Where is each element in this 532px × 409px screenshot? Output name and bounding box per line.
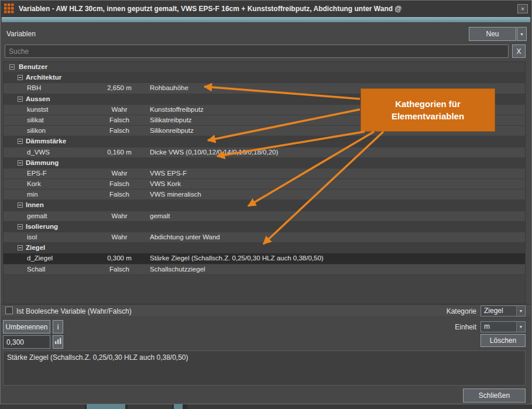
variable-value: Falsch [98,116,140,123]
delete-button[interactable]: Löschen [480,334,526,347]
variable-description: Dicke VWS (0,10/0,12/0,14/0,16/0,18/0,20… [150,149,278,156]
variable-value: Wahr [98,212,140,219]
collapse-icon[interactable] [18,160,23,166]
value-input[interactable] [3,335,50,349]
tree-group-row[interactable]: Dämmung [4,158,525,169]
tree-group-row[interactable]: Dämmstärke [4,136,525,147]
tree-row[interactable]: d_VWS0,160 mDicke VWS (0,10/0,12/0,14/0,… [4,147,525,158]
variable-value: Falsch [98,191,140,198]
tree-group-label: Architektur [26,74,61,81]
close-button[interactable]: Schließen [463,389,526,403]
variables-section-label: Variablen [6,30,36,38]
background-teal-block [87,404,125,409]
einheit-label: Einheit [435,323,476,331]
tree-group-row[interactable]: Innen [4,200,525,211]
variable-value: 2,650 m [98,84,140,91]
tree-group-label: Dämmstärke [26,138,66,145]
variable-value: 0,300 m [98,255,140,262]
background-panel [187,404,532,409]
collapse-icon[interactable] [9,64,15,70]
collapse-icon[interactable] [18,139,23,144]
app-logo-icon [4,4,14,13]
variable-name: min [27,191,38,198]
variable-name: gemalt [27,212,47,219]
search-clear-button[interactable]: X [512,44,526,58]
background-window-strip [0,404,532,409]
tree-root-label: Benutzer [19,63,47,70]
variable-name: Kork [27,180,41,187]
annotation-line1: Kathegorien für [361,98,495,110]
tree-row[interactable]: KorkFalschVWS Kork [4,179,525,190]
tree-group-label: Aussen [26,95,50,102]
info-button[interactable]: i [53,320,63,334]
variable-name: isol [27,233,37,240]
variable-description: Abdichtung unter Wand [150,233,220,240]
background-panel [128,404,172,409]
einheit-dropdown[interactable]: m ▼ [480,321,526,332]
variable-description: Silikatreibputz [150,116,192,123]
collapse-icon[interactable] [18,202,23,208]
bars-icon-button[interactable] [53,335,63,349]
variable-value: Falsch [98,180,140,187]
variable-name: silikon [27,127,46,134]
boolean-checkbox-label: Ist Boolesche Variable (Wahr/Falsch) [16,307,132,315]
kategorie-value: Ziegel [484,307,503,315]
tree-root-row[interactable]: Benutzer [4,62,525,73]
new-button[interactable]: Neu [469,27,516,41]
variable-name: Schall [27,266,45,273]
tree-row[interactable]: minFalschVWS mineralisch [4,190,525,200]
tree-group-label: Dämmung [26,159,59,166]
tree-group-row[interactable]: Isolierung [4,222,525,232]
variable-value: Wahr [98,170,140,177]
tree-group-label: Ziegel [26,244,45,251]
variable-description: Silikonreibputz [150,127,194,134]
annotation-box: Kathegorien für Elementvariablen [361,88,495,132]
collapse-icon[interactable] [18,224,23,229]
tree-group-row[interactable]: Architektur [4,73,525,83]
title-bar: Variablen - AW HLZ 30cm, innen geputzt g… [1,1,531,17]
variable-description: VWS EPS-F [150,170,187,177]
variable-description: VWS mineralisch [150,191,201,198]
window-title: Variablen - AW HLZ 30cm, innen geputzt g… [19,5,401,13]
tree-row[interactable]: isolWahrAbdichtung unter Wand [4,232,525,243]
variable-value: Wahr [98,233,140,240]
variables-dialog: Variablen - AW HLZ 30cm, innen geputzt g… [0,0,532,404]
variable-name: kunstst [27,106,48,113]
tree-group-label: Innen [26,201,44,208]
variable-name: d_VWS [27,149,50,156]
variable-value: 0,160 m [98,149,140,156]
tree-row[interactable]: EPS-FWahrVWS EPS-F [4,169,525,179]
variable-description: Schallschutzziegel [150,266,205,273]
close-icon[interactable]: × [517,4,528,13]
kategorie-label: Kategorie [435,307,476,315]
screen: Variablen - AW HLZ 30cm, innen geputzt g… [0,0,532,409]
variable-description: Rohbauhöhe [150,84,188,91]
chevron-down-icon: ▼ [516,306,525,316]
rename-button[interactable]: Umbenennen [3,320,50,334]
variable-description: Kunststoffreibputz [150,106,204,113]
variable-name: d_Ziegel [27,255,53,262]
collapse-icon[interactable] [18,97,23,102]
variable-description: VWS Kork [150,180,181,187]
variable-name: EPS-F [27,170,47,177]
variable-value: Falsch [98,127,140,134]
chevron-down-icon: ▼ [516,322,525,332]
variable-description: gemalt [150,212,170,219]
collapse-icon[interactable] [18,75,23,80]
new-dropdown-button[interactable]: ▼ [517,27,527,41]
tree-row[interactable]: d_Ziegel0,300 mStärke Ziegel (Schallsch.… [4,253,525,264]
kategorie-dropdown[interactable]: Ziegel ▼ [480,305,526,317]
variable-value: Falsch [98,266,140,273]
variable-name: RBH [27,84,41,91]
tree-row[interactable]: SchallFalschSchallschutzziegel [4,264,525,275]
boolean-checkbox[interactable] [5,307,13,314]
background-teal-block [174,404,183,409]
annotation-line2: Elementvariablen [361,110,495,122]
tree-row[interactable]: gemaltWahrgemalt [4,211,525,222]
variable-name: silikat [27,116,44,123]
collapse-icon[interactable] [18,245,23,250]
description-field[interactable]: Stärke Ziegel (Schallsch.Z. 0,25/0,30 HL… [3,350,526,386]
variable-value: Wahr [98,106,140,113]
search-input[interactable] [5,44,509,58]
tree-group-row[interactable]: Ziegel [4,243,525,253]
